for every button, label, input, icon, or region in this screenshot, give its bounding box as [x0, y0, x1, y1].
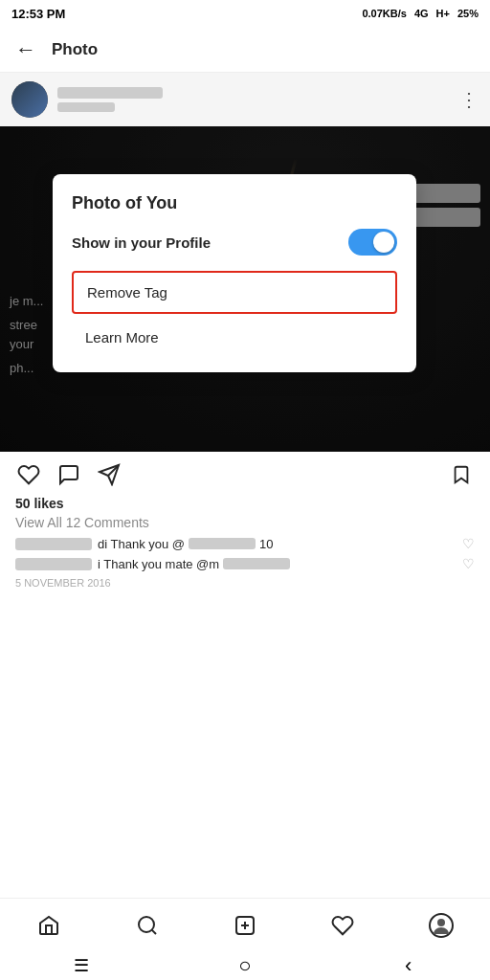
remove-tag-button[interactable]: Remove Tag	[72, 271, 397, 314]
show-in-profile-row: Show in your Profile	[72, 229, 397, 256]
dialog-title: Photo of You	[72, 193, 397, 213]
svg-point-2	[139, 917, 154, 932]
post-info: 50 likes View All 12 Comments di Thank y…	[0, 496, 490, 596]
avatar	[11, 81, 48, 118]
view-comments[interactable]: View All 12 Comments	[15, 515, 475, 530]
top-nav: ← Photo	[0, 27, 490, 73]
mention-blur-2	[223, 558, 290, 569]
bookmark-button[interactable]	[448, 461, 475, 488]
bottom-nav	[0, 898, 490, 951]
nav-search-button[interactable]	[134, 912, 161, 939]
signal-4g: 4G	[414, 8, 429, 19]
signal-h-plus: H+	[436, 8, 450, 19]
system-back-button[interactable]: ‹	[394, 956, 423, 975]
nav-heart-button[interactable]	[329, 912, 356, 939]
post-image: je m... stree your ph... Photo of You Sh…	[0, 126, 490, 452]
photo-of-you-dialog: Photo of You Show in your Profile Remove…	[53, 174, 416, 372]
svg-line-3	[151, 929, 155, 933]
commenter-avatar-blur-2	[15, 558, 92, 570]
post-actions	[0, 452, 490, 496]
system-bar: ☰ ○ ‹	[0, 951, 490, 980]
comment-heart-2[interactable]: ♡	[462, 556, 475, 571]
user-sub-blurred	[57, 102, 115, 112]
svg-point-8	[437, 919, 445, 926]
comment-heart-1[interactable]: ♡	[462, 536, 475, 551]
comment-row: di Thank you @ 10 ♡	[15, 536, 475, 551]
status-bar: 12:53 PM 0.07KB/s 4G H+ 25%	[0, 0, 490, 27]
mention-blur-1	[189, 538, 256, 549]
comment-row: i Thank you mate @m ♡	[15, 556, 475, 571]
likes-count: 50 likes	[15, 496, 475, 511]
nav-profile-button[interactable]	[428, 912, 455, 939]
username-blurred	[57, 87, 163, 99]
system-home-button[interactable]: ○	[231, 956, 259, 975]
comment-num-1: 10	[259, 537, 273, 551]
network-speed: 0.07KB/s	[362, 8, 406, 19]
page-title: Photo	[52, 40, 475, 59]
comment-button[interactable]	[56, 461, 82, 488]
like-button[interactable]	[15, 461, 42, 488]
user-info	[57, 87, 459, 112]
comment-text-2: i Thank you mate @m	[98, 557, 219, 571]
show-profile-toggle[interactable]	[348, 229, 397, 256]
post-more-button[interactable]: ⋮	[459, 88, 479, 111]
comment-text-1: di Thank you @	[98, 537, 185, 551]
learn-more-button[interactable]: Learn More	[72, 318, 397, 357]
commenter-avatar-blur	[15, 538, 92, 550]
status-right: 0.07KB/s 4G H+ 25%	[362, 8, 479, 19]
share-button[interactable]	[96, 461, 122, 488]
post-header: ⋮	[0, 73, 490, 126]
show-in-profile-label: Show in your Profile	[72, 234, 211, 251]
nav-home-button[interactable]	[35, 912, 62, 939]
system-menu-button[interactable]: ☰	[67, 956, 96, 975]
post-date: 5 NOVEMBER 2016	[15, 577, 475, 589]
nav-add-button[interactable]	[232, 912, 258, 939]
status-time: 12:53 PM	[11, 7, 65, 21]
toggle-knob	[373, 232, 394, 253]
back-button[interactable]: ←	[15, 37, 36, 62]
battery-icon: 25%	[457, 8, 479, 19]
